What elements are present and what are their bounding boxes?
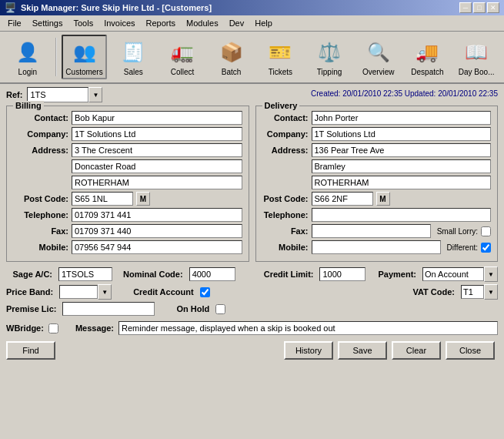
billing-fax-input[interactable] bbox=[72, 224, 242, 238]
billing-address3-row bbox=[13, 176, 242, 189]
toolbar-despatch-label: Despatch bbox=[411, 68, 443, 76]
delivery-postcode-row: Post Code: M bbox=[262, 192, 492, 206]
billing-address2-input[interactable] bbox=[72, 159, 242, 173]
menu-help[interactable]: Help bbox=[250, 17, 277, 29]
clear-button[interactable]: Clear bbox=[392, 341, 441, 360]
menu-settings[interactable]: Settings bbox=[28, 17, 68, 29]
toolbar-batch[interactable]: 📦 Batch bbox=[209, 35, 255, 79]
different-checkbox[interactable] bbox=[481, 243, 491, 253]
payment-dropdown-btn[interactable]: ▼ bbox=[484, 266, 498, 282]
toolbar-daybook-label: Day Boo... bbox=[459, 68, 495, 76]
message-label: Message: bbox=[75, 323, 114, 333]
save-button[interactable]: Save bbox=[338, 341, 387, 360]
message-input[interactable] bbox=[118, 321, 498, 335]
billing-fax-label: Fax: bbox=[13, 226, 68, 236]
billing-contact-input[interactable] bbox=[72, 111, 242, 125]
sage-ac-input[interactable] bbox=[58, 267, 112, 281]
delivery-mobile-row: Mobile: Different: bbox=[262, 240, 492, 254]
billing-postcode-label: Post Code: bbox=[13, 194, 68, 203]
delivery-contact-label: Contact: bbox=[262, 113, 309, 122]
on-hold-label: On Hold bbox=[176, 304, 209, 313]
find-button[interactable]: Find bbox=[6, 341, 55, 360]
billing-map-btn[interactable]: M bbox=[136, 192, 150, 206]
toolbar-sales[interactable]: 🧾 Sales bbox=[110, 35, 156, 79]
menu-file[interactable]: File bbox=[3, 17, 26, 29]
premise-lic-input[interactable] bbox=[62, 302, 155, 316]
vat-code-dropdown-btn[interactable]: ▼ bbox=[484, 284, 498, 300]
menu-modules[interactable]: Modules bbox=[182, 17, 223, 29]
menu-invoices[interactable]: Invoices bbox=[99, 17, 139, 29]
small-lorry-label: Small Lorry: bbox=[437, 227, 478, 236]
credit-limit-input[interactable] bbox=[319, 267, 365, 281]
maximize-button[interactable]: □ bbox=[473, 2, 486, 13]
close-button[interactable]: ✕ bbox=[487, 2, 499, 13]
payment-input[interactable] bbox=[422, 267, 484, 281]
toolbar-despatch[interactable]: 🚚 Despatch bbox=[405, 35, 451, 79]
price-band-input[interactable] bbox=[59, 285, 98, 299]
small-lorry-checkbox[interactable] bbox=[481, 226, 491, 236]
delivery-map-btn[interactable]: M bbox=[376, 192, 390, 206]
daybook-icon: 📖 bbox=[462, 39, 490, 66]
delivery-section: Delivery Contact: Company: Address: bbox=[255, 106, 499, 262]
toolbar-tipping-label: Tipping bbox=[317, 68, 342, 76]
minimize-button[interactable]: ─ bbox=[459, 2, 472, 13]
wbridge-label: WBridge: bbox=[6, 323, 44, 333]
customers-icon: 👥 bbox=[71, 39, 98, 66]
credit-account-label: Credit Account bbox=[133, 287, 193, 297]
delivery-address2-input[interactable] bbox=[312, 159, 492, 173]
delivery-contact-input[interactable] bbox=[312, 111, 492, 125]
delivery-company-input[interactable] bbox=[312, 127, 492, 141]
login-icon: 👤 bbox=[14, 39, 42, 66]
wbridge-checkbox[interactable] bbox=[48, 323, 58, 333]
vat-code-input[interactable] bbox=[461, 285, 484, 299]
delivery-address3-input[interactable] bbox=[312, 176, 492, 189]
close-button-bar[interactable]: Close bbox=[446, 341, 495, 360]
toolbar-overview[interactable]: 🔍 Overview bbox=[355, 35, 402, 79]
billing-address-label: Address: bbox=[13, 146, 68, 155]
delivery-telephone-row: Telephone: bbox=[262, 208, 492, 222]
delivery-contact-row: Contact: bbox=[262, 111, 492, 125]
toolbar-collect[interactable]: 🚛 Collect bbox=[159, 35, 205, 79]
delivery-fax-input[interactable] bbox=[312, 224, 431, 238]
menu-tools[interactable]: Tools bbox=[68, 17, 98, 29]
nominal-code-input[interactable] bbox=[189, 267, 235, 281]
menu-reports[interactable]: Reports bbox=[142, 17, 181, 29]
toolbar-tipping[interactable]: ⚖️ Tipping bbox=[306, 35, 352, 79]
toolbar-tickets[interactable]: 🎫 Tickets bbox=[258, 35, 304, 79]
ref-dropdown-btn[interactable]: ▼ bbox=[88, 87, 102, 102]
history-button[interactable]: History bbox=[284, 341, 333, 360]
collect-icon: 🚛 bbox=[169, 39, 196, 66]
billing-contact-label: Contact: bbox=[13, 113, 68, 122]
toolbar-customers-label: Customers bbox=[65, 68, 102, 76]
delivery-mobile-input[interactable] bbox=[312, 240, 441, 254]
tickets-icon: 🎫 bbox=[266, 39, 294, 66]
delivery-telephone-input[interactable] bbox=[312, 208, 492, 222]
date-info: Created: 20/01/2010 22:35 Updated: 20/01… bbox=[311, 89, 498, 98]
billing-address2-row bbox=[13, 159, 242, 173]
billing-postcode-input[interactable] bbox=[72, 192, 133, 206]
billing-title: Billing bbox=[13, 101, 44, 110]
billing-telephone-label: Telephone: bbox=[13, 210, 68, 220]
ref-input[interactable] bbox=[27, 87, 88, 102]
sage-ac-label: Sage A/C: bbox=[6, 270, 52, 279]
billing-postcode-row: Post Code: M bbox=[13, 192, 242, 206]
bottom-row-2: Price Band: ▼ Credit Account VAT Code: ▼ bbox=[6, 284, 498, 300]
on-hold-checkbox[interactable] bbox=[215, 304, 225, 314]
billing-address1-input[interactable] bbox=[72, 143, 242, 157]
toolbar-customers[interactable]: 👥 Customers bbox=[62, 35, 108, 79]
vat-code-combo: ▼ bbox=[461, 284, 498, 300]
credit-account-checkbox[interactable] bbox=[200, 287, 210, 297]
toolbar-daybook[interactable]: 📖 Day Boo... bbox=[453, 35, 499, 79]
price-band-dropdown-btn[interactable]: ▼ bbox=[98, 284, 112, 300]
billing-mobile-input[interactable] bbox=[72, 240, 242, 254]
menu-dev[interactable]: Dev bbox=[225, 17, 249, 29]
billing-address3-input[interactable] bbox=[72, 176, 242, 189]
delivery-address1-input[interactable] bbox=[312, 143, 492, 157]
ref-label: Ref: bbox=[6, 90, 22, 99]
toolbar-login-label: Login bbox=[18, 68, 37, 76]
title-bar-text: Skip Manager: Sure Skip Hire Ltd - [Cust… bbox=[21, 3, 455, 12]
billing-company-input[interactable] bbox=[72, 127, 242, 141]
toolbar-login[interactable]: 👤 Login bbox=[5, 35, 51, 79]
delivery-postcode-input[interactable] bbox=[312, 192, 373, 206]
billing-telephone-input[interactable] bbox=[72, 208, 242, 222]
